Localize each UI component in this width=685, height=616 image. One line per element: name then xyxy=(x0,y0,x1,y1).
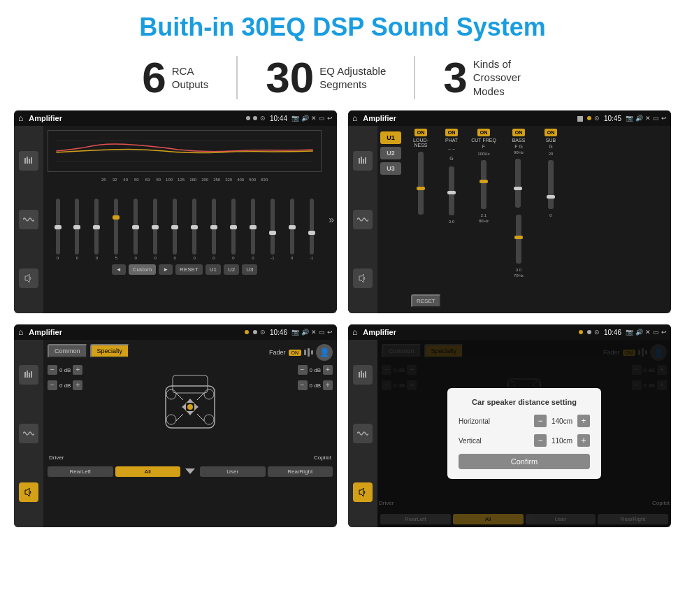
back-icon[interactable]: ↩ xyxy=(327,115,333,122)
cutfreq-toggle[interactable]: ON xyxy=(477,129,491,136)
bass-slider-f[interactable] xyxy=(515,159,521,208)
db-minus-bl[interactable]: − xyxy=(48,380,57,390)
slider-track-11[interactable] xyxy=(271,199,275,255)
db-control-br: − 0 dB + xyxy=(298,380,333,390)
svg-point-21 xyxy=(166,389,176,399)
slider-track-5[interactable] xyxy=(153,199,157,255)
wave-icon-4[interactable] xyxy=(353,424,373,443)
u3-button[interactable]: U3 xyxy=(380,162,401,175)
cutfreq-slider[interactable] xyxy=(481,160,486,209)
common-tab-3[interactable]: Common xyxy=(48,344,87,358)
driver-label-3: Driver xyxy=(49,454,64,461)
u1-button[interactable]: U1 xyxy=(380,131,401,144)
loudness-slider[interactable] xyxy=(418,152,424,215)
u2-btn[interactable]: U2 xyxy=(224,264,239,275)
speaker-icon-4[interactable] xyxy=(353,482,373,502)
fader-on-3[interactable]: ON xyxy=(289,350,302,356)
db-minus-tr[interactable]: − xyxy=(298,365,308,375)
specialty-tab-3[interactable]: Specialty xyxy=(90,344,130,358)
horizontal-minus[interactable]: − xyxy=(534,415,547,427)
sub-col: ON SUB G 20 0 xyxy=(538,129,563,217)
all-btn-4[interactable]: All xyxy=(453,514,524,524)
u2-button[interactable]: U2 xyxy=(380,147,401,159)
profile-icon-3[interactable]: 👤 xyxy=(316,344,333,361)
back-icon-3[interactable]: ↩ xyxy=(327,329,333,336)
eq-icon-4[interactable] xyxy=(353,365,373,385)
speaker-icon-2[interactable] xyxy=(353,268,373,288)
back-icon-4[interactable]: ↩ xyxy=(661,329,667,336)
u-buttons: U1 U2 U3 xyxy=(377,126,404,313)
down-arrow-icon[interactable] xyxy=(182,464,198,479)
rearleft-btn-4[interactable]: RearLeft xyxy=(380,514,451,524)
home-icon-2[interactable]: ⌂ xyxy=(352,113,357,123)
slider-track-12[interactable] xyxy=(290,199,294,255)
phat-toggle[interactable]: ON xyxy=(445,129,459,136)
sub-slider[interactable] xyxy=(548,160,554,209)
svg-marker-29 xyxy=(182,403,186,410)
yellow-dot-4 xyxy=(579,330,583,334)
slider-track-10[interactable] xyxy=(251,199,255,255)
slider-track-1[interactable] xyxy=(75,199,79,255)
user-btn-3[interactable]: User xyxy=(200,466,266,477)
db-minus-tl[interactable]: − xyxy=(48,365,57,375)
volume-icon-2: 🔊 xyxy=(635,115,643,122)
screens-grid: ⌂ Amplifier ⊙ 10:44 📷 🔊 ✕ ▭ ↩ xyxy=(0,110,685,534)
db-value-tr: 0 dB xyxy=(310,367,321,373)
u1-btn[interactable]: U1 xyxy=(206,264,221,275)
prev-btn[interactable]: ◄ xyxy=(112,264,126,275)
vertical-minus[interactable]: − xyxy=(534,434,547,447)
sub-toggle[interactable]: ON xyxy=(545,129,558,136)
vertical-plus[interactable]: + xyxy=(577,434,590,447)
freq-63: 63 xyxy=(145,178,150,182)
phat-slider[interactable] xyxy=(449,166,454,215)
eq-icon-2[interactable] xyxy=(353,151,373,171)
home-icon-3[interactable]: ⌂ xyxy=(18,327,23,337)
svg-marker-13 xyxy=(359,274,363,282)
horizontal-plus[interactable]: + xyxy=(577,415,590,427)
slider-track-6[interactable] xyxy=(173,199,177,255)
user-btn-4[interactable]: User xyxy=(526,514,596,524)
play-btn[interactable]: ► xyxy=(159,264,173,275)
home-icon-4[interactable]: ⌂ xyxy=(352,327,357,337)
wave-icon-3[interactable] xyxy=(19,424,38,443)
slider-track-4[interactable] xyxy=(134,199,138,255)
speaker-icon[interactable] xyxy=(19,268,38,288)
expand-icon[interactable]: » xyxy=(329,214,334,225)
custom-btn[interactable]: Custom xyxy=(129,264,157,275)
confirm-button[interactable]: Confirm xyxy=(459,454,590,469)
wave-icon-2[interactable] xyxy=(353,210,373,229)
db-plus-tr[interactable]: + xyxy=(323,365,333,375)
cutfreq-label: CUT FREQ xyxy=(471,138,496,143)
db-plus-br[interactable]: + xyxy=(323,380,333,390)
rearleft-btn-3[interactable]: RearLeft xyxy=(48,466,113,477)
speaker-icon-3[interactable] xyxy=(19,482,38,502)
rearright-btn-4[interactable]: RearRight xyxy=(598,514,668,524)
fader-bars-3 xyxy=(304,348,313,357)
back-icon-2[interactable]: ↩ xyxy=(661,115,667,122)
rearright-btn-3[interactable]: RearRight xyxy=(268,466,333,477)
reset-btn-2[interactable]: RESET xyxy=(411,294,441,308)
freq-50: 50 xyxy=(134,178,139,182)
db-plus-bl[interactable]: + xyxy=(73,380,82,390)
u3-btn[interactable]: U3 xyxy=(242,264,257,275)
slider-track-7[interactable] xyxy=(192,199,196,255)
slider-track-2[interactable] xyxy=(94,199,99,255)
wave-icon[interactable] xyxy=(19,210,38,229)
bottom-labels-4: Driver Copilot xyxy=(377,500,671,506)
bass-toggle[interactable]: ON xyxy=(512,129,526,136)
reset-btn[interactable]: RESET xyxy=(175,264,203,275)
slider-track-9[interactable] xyxy=(231,199,236,255)
slider-track-0[interactable] xyxy=(56,199,60,255)
slider-track-8[interactable] xyxy=(212,199,216,255)
all-btn-3[interactable]: All xyxy=(115,466,181,477)
bass-slider-g[interactable] xyxy=(516,215,521,264)
eq-icon-3[interactable] xyxy=(19,365,38,385)
horizontal-value: 140cm xyxy=(549,417,575,425)
db-minus-br[interactable]: − xyxy=(298,380,308,390)
db-plus-tl[interactable]: + xyxy=(73,365,82,375)
slider-track-3[interactable] xyxy=(114,199,118,255)
home-icon-1[interactable]: ⌂ xyxy=(18,113,23,123)
loudness-toggle[interactable]: ON xyxy=(414,129,428,136)
eq-icon[interactable] xyxy=(19,151,38,171)
slider-track-13[interactable] xyxy=(310,199,314,255)
